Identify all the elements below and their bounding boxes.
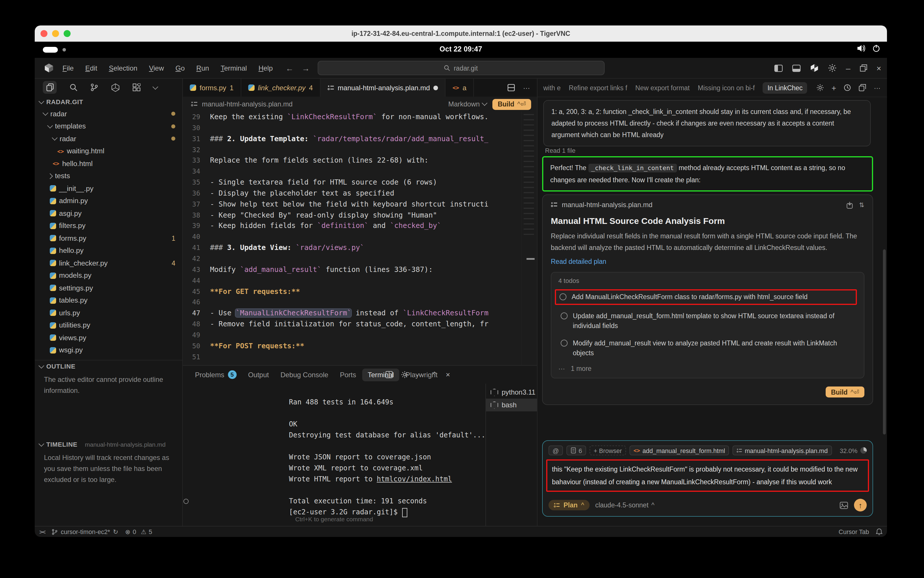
minimize-icon[interactable]: –: [846, 63, 851, 73]
chat-input-text[interactable]: this "Keep the existing LinkCheckResultF…: [546, 459, 869, 492]
split-terminal-icon[interactable]: [385, 371, 393, 378]
close-icon[interactable]: ×: [877, 63, 881, 73]
panel-tab[interactable]: Output: [243, 368, 274, 381]
language-mode[interactable]: Markdown: [448, 100, 487, 108]
tree-item[interactable]: <> tables.py: [35, 294, 182, 307]
terminal-session[interactable]: python3.11: [486, 386, 537, 399]
menu-item[interactable]: Help: [254, 62, 277, 74]
tree-item[interactable]: <> forms.py 1: [35, 232, 182, 244]
cursor-cube-icon[interactable]: [810, 63, 819, 72]
cursor-tab-toggle[interactable]: Cursor Tab: [839, 528, 869, 535]
sync-icon[interactable]: ↻: [113, 528, 118, 536]
code-editor[interactable]: 29 Keep the existing `LinkCheckResultFor…: [183, 112, 537, 365]
todo-item[interactable]: Add ManualLinkCheckResultForm class to r…: [555, 289, 857, 305]
new-chat-icon[interactable]: +: [831, 83, 836, 92]
todo-more[interactable]: ···1 more: [558, 365, 857, 372]
read-detailed-plan-link[interactable]: Read detailed plan: [551, 258, 864, 265]
chat-tab[interactable]: Missing icon on bi-f: [698, 84, 755, 91]
tree-item[interactable]: <> wsgi.py: [35, 344, 182, 356]
tree-item[interactable]: <> hello.py: [35, 244, 182, 257]
todo-item[interactable]: Modify add_manual_result view to analyze…: [558, 337, 857, 359]
chat-input-box[interactable]: @ 6 + Browser <> add_manual_result_form.…: [542, 440, 873, 517]
toggle-panel-icon[interactable]: [792, 64, 801, 72]
panel-tab[interactable]: Problems 5: [190, 368, 242, 381]
menu-item[interactable]: Go: [171, 62, 190, 74]
more-actions-icon[interactable]: ···: [874, 84, 880, 91]
menu-item[interactable]: Run: [192, 62, 214, 74]
tree-item[interactable]: <> settings.py: [35, 282, 182, 294]
tree-item[interactable]: <> radar: [35, 133, 182, 145]
remote-indicator-icon[interactable]: ><: [39, 528, 45, 536]
timeline-section-header[interactable]: TIMELINE manual-html-analysis.plan.md: [35, 438, 182, 450]
problems-summary[interactable]: ⊗0 ⚠5: [125, 528, 153, 536]
tree-item[interactable]: <> urls.py: [35, 307, 182, 319]
split-editor-icon[interactable]: [507, 84, 515, 91]
explorer-icon[interactable]: [43, 81, 57, 94]
back-icon[interactable]: ←: [286, 63, 294, 73]
menu-item[interactable]: Selection: [104, 62, 142, 74]
tree-item[interactable]: <> admin.py: [35, 195, 182, 207]
attach-image-icon[interactable]: [840, 501, 848, 509]
add-browser-chip[interactable]: + Browser: [589, 445, 626, 455]
tree-item[interactable]: <> __init__.py: [35, 182, 182, 195]
tab-partial[interactable]: <> a: [445, 79, 474, 97]
bell-icon[interactable]: [876, 528, 882, 535]
tab-forms-py[interactable]: forms.py 1: [183, 79, 241, 97]
todo-item[interactable]: Update add_manual_result_form.html templ…: [558, 310, 857, 332]
context-file-chip[interactable]: <> add_manual_result_form.html: [630, 445, 729, 455]
history-icon[interactable]: [844, 84, 851, 91]
gear-icon[interactable]: [401, 371, 408, 378]
more-actions-icon[interactable]: ···: [523, 84, 530, 92]
tree-item[interactable]: <> models.py: [35, 270, 182, 282]
git-branch[interactable]: cursor-timon-ec2* ↻: [52, 528, 119, 536]
chevron-down-icon[interactable]: [153, 84, 158, 89]
outline-section-header[interactable]: OUTLINE: [35, 360, 182, 372]
toggle-sidebar-icon[interactable]: [774, 64, 783, 72]
gear-icon[interactable]: [816, 84, 824, 91]
panel-tab[interactable]: Debug Console: [275, 368, 333, 381]
collapse-icon[interactable]: ⇅: [859, 201, 864, 209]
build-button[interactable]: Build^⏎: [826, 386, 864, 398]
chat-tab[interactable]: In LinkChec: [763, 82, 807, 93]
tree-item[interactable]: <> radar: [35, 108, 182, 120]
extensions-cube-icon[interactable]: [111, 83, 120, 92]
breadcrumb[interactable]: manual-html-analysis.plan.md Markdown Bu…: [183, 97, 537, 112]
todo-checkbox-icon[interactable]: [561, 312, 568, 319]
forward-icon[interactable]: →: [302, 63, 310, 73]
todo-checkbox-icon[interactable]: [561, 339, 568, 347]
gear-icon[interactable]: [828, 63, 836, 72]
panel-tab[interactable]: Ports: [335, 368, 361, 381]
restore-icon[interactable]: [860, 64, 867, 72]
volume-icon[interactable]: [857, 45, 866, 52]
tree-item[interactable]: <> waiting.html: [35, 145, 182, 157]
tree-item[interactable]: <> tests: [35, 170, 182, 182]
chat-scrollbar[interactable]: [883, 249, 886, 435]
chat-tab[interactable]: with e: [543, 84, 561, 91]
plan-file-name[interactable]: manual-html-analysis.plan.md: [562, 201, 652, 209]
power-icon[interactable]: [872, 45, 880, 52]
send-button[interactable]: ↑: [854, 499, 867, 511]
tab-plan-md[interactable]: manual-html-analysis.plan.md: [320, 79, 445, 97]
explorer-section-header[interactable]: RADAR.GIT: [35, 96, 182, 108]
close-panel-icon[interactable]: ×: [446, 370, 450, 379]
terminal-output[interactable]: Ran 488 tests in 164.649s: [183, 383, 486, 526]
tree-item[interactable]: <> hello.html: [35, 157, 182, 170]
more-actions-icon[interactable]: ···: [416, 370, 423, 379]
minimap[interactable]: [521, 112, 537, 365]
open-in-editor-icon[interactable]: [859, 84, 866, 91]
context-usage[interactable]: 32.0%: [840, 447, 857, 454]
chat-tab[interactable]: Refine export links f: [569, 84, 627, 91]
extensions-icon[interactable]: [133, 83, 141, 91]
search-panel-icon[interactable]: [70, 83, 78, 91]
command-search[interactable]: radar.git: [317, 61, 604, 75]
read-files-note[interactable]: Read 1 file: [545, 147, 575, 154]
tree-item[interactable]: <> link_checker.py 4: [35, 257, 182, 270]
mode-selector[interactable]: Plan^: [549, 500, 589, 510]
menu-item[interactable]: Edit: [81, 62, 102, 74]
tree-item[interactable]: <> templates: [35, 120, 182, 133]
terminal-session[interactable]: bash: [486, 399, 537, 411]
tree-item[interactable]: <> views.py: [35, 331, 182, 344]
chat-tab[interactable]: New export format: [635, 84, 690, 91]
context-file-chip[interactable]: manual-html-analysis.plan.md: [732, 445, 832, 455]
menu-item[interactable]: Terminal: [216, 62, 252, 74]
